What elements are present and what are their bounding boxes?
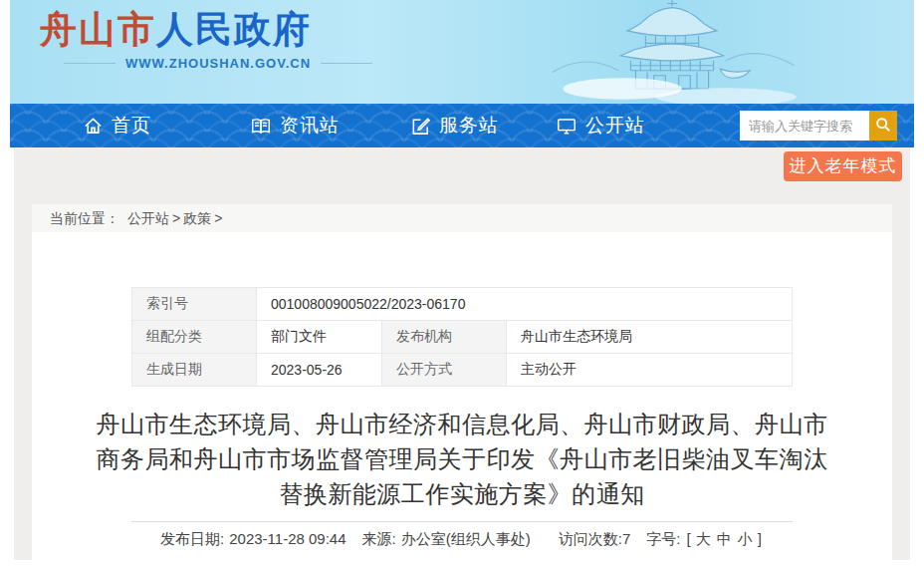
font-size-label: 字号: (646, 530, 680, 547)
source-label: 来源: (362, 530, 396, 547)
nav-label: 服务站 (439, 113, 499, 139)
search-box (740, 111, 897, 141)
publish-date: 2023-11-28 09:44 (229, 530, 346, 547)
breadcrumb-label: 当前位置： (50, 210, 119, 226)
edit-icon (410, 116, 431, 137)
site-title-gov: 人民政府 (156, 9, 312, 50)
rule-right (321, 63, 372, 64)
nav-label: 首页 (112, 113, 151, 139)
search-input[interactable] (740, 111, 869, 141)
content-card: 当前位置：公开站>政策> 索引号 001008009005022/2023-06… (32, 204, 892, 569)
elder-mode-button[interactable]: 进入老年模式 (784, 151, 902, 181)
nav-items: 首页 资讯站 服务站 公开站 (10, 104, 645, 147)
site-url-text: WWW.ZHOUSHAN.GOV.CN (125, 56, 311, 71)
index-number-value: 001008009005022/2023-06170 (257, 288, 793, 321)
nav-item-open[interactable]: 公开站 (556, 113, 645, 139)
table-row: 生成日期 2023-05-26 公开方式 主动公开 (132, 354, 793, 387)
site-url: WWW.ZHOUSHAN.GOV.CN (54, 56, 382, 71)
document-info-table: 索引号 001008009005022/2023-06170 组配分类 部门文件… (131, 287, 793, 387)
table-row: 组配分类 部门文件 发布机构 舟山市生态环境局 (132, 321, 793, 354)
site-title-city: 舟山市 (40, 9, 156, 50)
font-size-medium-link[interactable]: 中 (717, 530, 732, 547)
page: 舟山市人民政府 WWW.ZHOUSHAN.GOV.CN 首页 资讯站 (0, 0, 924, 569)
index-number-label: 索引号 (132, 288, 257, 321)
site-title: 舟山市人民政府 (40, 8, 382, 52)
breadcrumb-separator: > (172, 210, 180, 226)
site-logo[interactable]: 舟山市人民政府 WWW.ZHOUSHAN.GOV.CN (40, 8, 382, 71)
font-size-large-link[interactable]: 大 (696, 530, 711, 547)
search-icon (875, 117, 891, 136)
book-icon (250, 116, 272, 137)
font-size-small-link[interactable]: 小 (738, 530, 753, 547)
open-method-label: 公开方式 (382, 354, 507, 387)
category-value: 部门文件 (257, 321, 382, 354)
monitor-icon (556, 116, 578, 137)
agency-value: 舟山市生态环境局 (507, 321, 793, 354)
nav-label: 资讯站 (280, 113, 340, 139)
site-header: 舟山市人民政府 WWW.ZHOUSHAN.GOV.CN (10, 0, 914, 104)
table-row: 索引号 001008009005022/2023-06170 (132, 288, 793, 321)
breadcrumb: 当前位置：公开站>政策> (32, 204, 892, 232)
generate-date-value: 2023-05-26 (257, 354, 382, 387)
source-value: 办公室(组织人事处) (401, 530, 531, 547)
main-nav: 首页 资讯站 服务站 公开站 (10, 104, 914, 147)
generate-date-label: 生成日期 (132, 354, 257, 387)
nav-label: 公开站 (585, 113, 645, 139)
bracket-open: [ (687, 530, 691, 547)
home-icon (83, 116, 104, 137)
category-label: 组配分类 (132, 321, 257, 354)
nav-item-service[interactable]: 服务站 (410, 113, 499, 139)
article-meta: 发布日期:2023-11-28 09:44来源:办公室(组织人事处)访问次数:7… (131, 521, 793, 549)
bracket-close: ] (758, 530, 762, 547)
rule-left (64, 63, 116, 64)
breadcrumb-separator: > (214, 210, 222, 226)
breadcrumb-link-policy[interactable]: 政策 (183, 210, 211, 226)
article-title: 舟山市生态环境局、舟山市经济和信息化局、舟山市财政局、舟山市商务局和舟山市市场监… (90, 407, 834, 511)
nav-item-home[interactable]: 首页 (83, 113, 151, 139)
open-method-value: 主动公开 (507, 354, 793, 387)
nav-item-news[interactable]: 资讯站 (250, 113, 340, 139)
breadcrumb-link-open-site[interactable]: 公开站 (127, 210, 169, 226)
agency-label: 发布机构 (382, 321, 507, 354)
visits-label: 访问次数: (559, 530, 622, 547)
search-button[interactable] (869, 111, 897, 141)
visits-count: 7 (622, 530, 630, 547)
publish-date-label: 发布日期: (160, 530, 224, 547)
pavilion-art (548, 0, 797, 104)
